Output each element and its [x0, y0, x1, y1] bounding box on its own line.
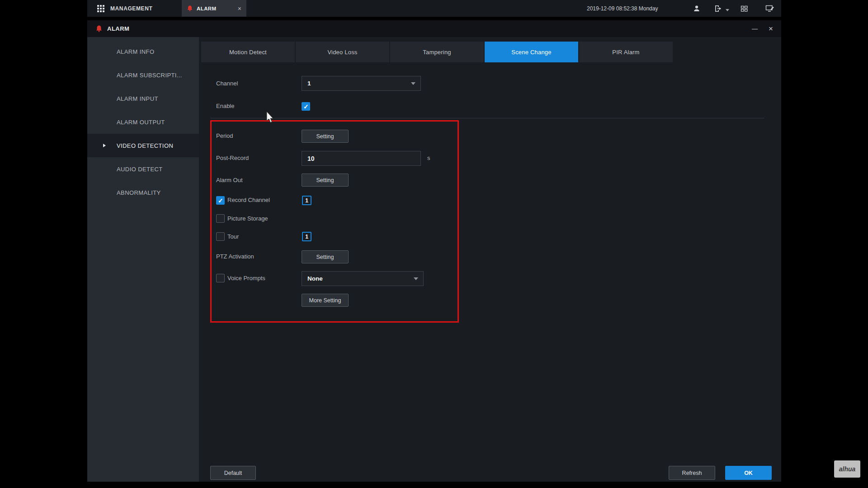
picture-storage-label: Picture Storage	[227, 215, 268, 222]
management-label[interactable]: MANAGEMENT	[110, 5, 152, 12]
more-setting-button[interactable]: More Setting	[302, 294, 349, 307]
screen: MANAGEMENT ALARM × 2019-12-09 08:52:38 M…	[0, 0, 868, 488]
record-channel-checkbox[interactable]	[216, 196, 225, 205]
alarm-window: ALARM — × ALARM INFO ALARM SUBSCRIPTI...…	[87, 20, 781, 482]
dahua-logo: alhua	[834, 460, 860, 478]
sidebar-item-alarm-output[interactable]: ALARM OUTPUT	[87, 110, 199, 134]
detection-tabs: Motion Detect Video Loss Tampering Scene…	[201, 42, 673, 62]
enable-checkbox[interactable]	[302, 102, 310, 111]
topbar-tab-alarm[interactable]: ALARM ×	[182, 0, 246, 17]
management-menu[interactable]: MANAGEMENT	[97, 0, 152, 17]
sidebar-item-label: VIDEO DETECTION	[117, 142, 173, 149]
management-grid-icon[interactable]	[97, 5, 104, 12]
sidebar-item-audio-detect[interactable]: AUDIO DETECT	[87, 157, 199, 181]
sidebar-item-label: ALARM SUBSCRIPTI...	[117, 72, 182, 79]
post-record-value: 10	[307, 155, 315, 162]
user-icon[interactable]	[692, 4, 702, 13]
channel-label: Channel	[216, 80, 238, 87]
post-record-unit: s	[427, 155, 430, 161]
voice-prompts-dropdown[interactable]: None	[302, 271, 424, 286]
sidebar-item-alarm-subscription[interactable]: ALARM SUBSCRIPTI...	[87, 63, 199, 87]
chevron-down-icon	[411, 82, 415, 85]
post-record-input[interactable]: 10	[302, 151, 421, 166]
sidebar-item-label: AUDIO DETECT	[117, 166, 163, 173]
selected-arrow-icon	[103, 144, 106, 147]
alarm-bell-icon	[95, 25, 103, 33]
sidebar-item-label: ABNORMALITY	[117, 189, 161, 196]
refresh-button[interactable]: Refresh	[669, 466, 715, 480]
alarm-out-label: Alarm Out	[216, 177, 243, 183]
sidebar-item-alarm-input[interactable]: ALARM INPUT	[87, 87, 199, 110]
sidebar-item-alarm-info[interactable]: ALARM INFO	[87, 40, 199, 63]
datetime-text: 2019-12-09 08:52:38 Monday	[587, 0, 658, 17]
period-label: Period	[216, 132, 233, 139]
sidebar: ALARM INFO ALARM SUBSCRIPTI... ALARM INP…	[87, 37, 199, 482]
content-panel: Motion Detect Video Loss Tampering Scene…	[199, 37, 781, 482]
period-setting-button[interactable]: Setting	[302, 130, 349, 143]
channel-dropdown[interactable]: 1	[302, 76, 421, 91]
channel-list-icon[interactable]	[739, 4, 749, 13]
voice-prompts-value: None	[307, 275, 323, 282]
logout-dropdown-caret-icon[interactable]	[726, 9, 729, 11]
topbar-tab-label: ALARM	[197, 6, 217, 11]
logout-icon[interactable]	[713, 4, 723, 13]
minimize-button[interactable]: —	[752, 26, 758, 32]
display-config-icon[interactable]	[765, 4, 775, 13]
default-button[interactable]: Default	[210, 466, 256, 480]
voice-prompts-checkbox[interactable]	[216, 274, 225, 282]
post-record-label: Post-Record	[216, 155, 249, 161]
sidebar-item-video-detection[interactable]: VIDEO DETECTION	[87, 134, 199, 157]
ptz-activation-label: PTZ Activation	[216, 253, 254, 260]
tab-tampering[interactable]: Tampering	[390, 42, 484, 62]
alarm-out-setting-button[interactable]: Setting	[302, 174, 349, 187]
divider	[210, 118, 764, 118]
channel-value: 1	[307, 80, 311, 87]
tab-pir-alarm[interactable]: PIR Alarm	[579, 42, 673, 62]
tab-motion-detect[interactable]: Motion Detect	[201, 42, 295, 62]
window-title: ALARM	[107, 25, 129, 32]
tab-scene-change[interactable]: Scene Change	[485, 42, 578, 62]
ptz-setting-button[interactable]: Setting	[302, 250, 349, 263]
sidebar-item-abnormality[interactable]: ABNORMALITY	[87, 181, 199, 204]
mouse-cursor	[266, 111, 275, 126]
record-channel-value-box[interactable]: 1	[302, 196, 311, 205]
ok-button[interactable]: OK	[725, 466, 772, 480]
sidebar-item-label: ALARM INFO	[117, 48, 154, 55]
voice-prompts-label: Voice Prompts	[227, 275, 265, 282]
sidebar-item-label: ALARM INPUT	[117, 95, 158, 102]
chevron-down-icon	[414, 277, 418, 280]
picture-storage-checkbox[interactable]	[216, 214, 225, 223]
tour-label: Tour	[227, 233, 239, 240]
alarm-bell-icon	[187, 5, 193, 12]
tab-video-loss[interactable]: Video Loss	[296, 42, 389, 62]
enable-label: Enable	[216, 103, 234, 109]
close-button[interactable]: ×	[769, 25, 773, 33]
window-titlebar: ALARM — ×	[87, 20, 781, 37]
tour-value-box[interactable]: 1	[302, 232, 311, 241]
tour-checkbox[interactable]	[216, 232, 225, 241]
topbar-tab-close-icon[interactable]: ×	[238, 5, 241, 12]
topbar: MANAGEMENT ALARM × 2019-12-09 08:52:38 M…	[87, 0, 781, 17]
record-channel-label: Record Channel	[227, 197, 270, 203]
sidebar-item-label: ALARM OUTPUT	[117, 119, 165, 126]
